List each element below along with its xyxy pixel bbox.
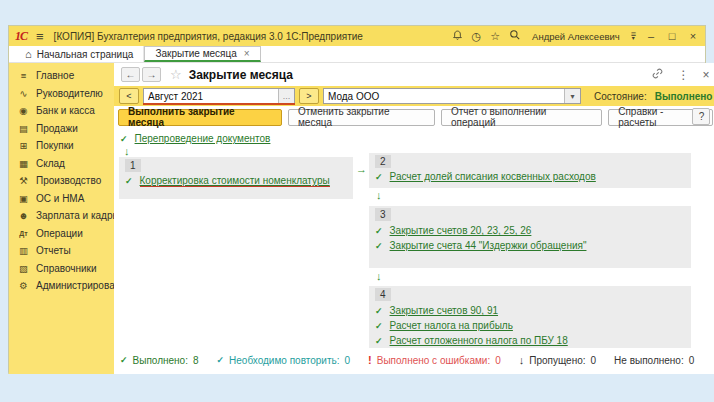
tab-label: Начальная страница <box>37 49 134 60</box>
operation-link[interactable]: Закрытие счета 44 "Издержки обращения" <box>390 240 587 251</box>
manager-chart-icon: ∿ <box>16 88 31 99</box>
sidebar-item-manager[interactable]: ∿Руководителю <box>9 85 114 103</box>
window-title: [КОПИЯ] Бухгалтерия предприятия, редакци… <box>54 31 363 42</box>
operation-link[interactable]: Закрытие счетов 90, 91 <box>390 305 498 316</box>
closing-scheme: ✓ Перепроведение документов ↓ 1 ✓ Коррек… <box>114 128 714 374</box>
sidebar-item-catalogs[interactable]: ▧Справочники <box>9 260 114 278</box>
operation-redocumenting: ✓ Перепроведение документов <box>120 133 270 144</box>
more-actions-icon[interactable]: ⋮ <box>677 69 689 81</box>
minimize-button[interactable]: – <box>645 30 657 42</box>
form-header: ← → ☆ Закрытие месяца ⋮ × <box>114 63 714 86</box>
close-button[interactable]: × <box>687 30 699 42</box>
organization-input[interactable] <box>324 89 564 103</box>
production-icon: ⚒ <box>16 175 31 186</box>
operation-indirect-costs: ✓ Расчет долей списания косвенных расход… <box>375 171 685 182</box>
legend-skipped: ↓ Пропущено: 0 <box>519 354 596 366</box>
page-title: Закрытие месяца <box>189 68 293 82</box>
bank-cash-icon: ◉ <box>16 105 31 116</box>
help-button[interactable]: ? <box>692 108 710 125</box>
flow-down-arrow-icon: ↓ <box>124 145 130 157</box>
sidebar-item-bank-cash[interactable]: ◉Банк и касса <box>9 102 114 120</box>
sidebar-item-main[interactable]: ≡Главное <box>9 67 114 85</box>
operations-report-button[interactable]: Отчет о выполнении операций <box>441 109 602 126</box>
operation-link[interactable]: Закрытие счетов 20, 23, 25, 26 <box>390 225 532 236</box>
cancel-closing-button[interactable]: Отменить закрытие месяца <box>288 109 435 126</box>
command-bar: Выполнить закрытие месяца Отменить закры… <box>114 106 714 128</box>
sidebar-item-production[interactable]: ⚒Производство <box>9 172 114 190</box>
legend-completed: ✓ Выполнено: 8 <box>120 355 199 366</box>
current-user[interactable]: Андрей Алексеевич <box>532 31 620 42</box>
notifications-bell-icon[interactable] <box>452 29 463 44</box>
nav-forward-button[interactable]: → <box>142 67 161 82</box>
stage-3-block: 3 ✓ Закрытие счетов 20, 23, 25, 26 ✓ Зак… <box>369 206 691 268</box>
tab-label: Закрытие месяца <box>155 48 236 59</box>
1c-logo-icon: 1С <box>15 29 27 44</box>
legend-repeat-required: ✓ Необходимо повторить: 0 <box>217 355 351 366</box>
organization-dropdown-icon[interactable]: ▾ <box>564 89 580 103</box>
tab-home-page[interactable]: ⌂ Начальная страница <box>15 46 144 62</box>
app-window: 1С ≡ [КОПИЯ] Бухгалтерия предприятия, ре… <box>8 25 706 374</box>
tab-close-icon[interactable]: × <box>244 48 250 59</box>
organization-field: ▾ <box>323 88 581 104</box>
status-label: Состояние: <box>594 91 647 102</box>
flow-down-arrow-icon: ↓ <box>376 270 382 282</box>
period-picker-icon[interactable]: … <box>278 89 294 103</box>
sidebar-item-warehouse[interactable]: ▦Склад <box>9 155 114 173</box>
operation-income-tax: ✓ Расчет налога на прибыль <box>375 320 685 331</box>
sidebar-item-sales[interactable]: ▤Продажи <box>9 120 114 138</box>
sidebar-item-fixed-assets[interactable]: ▣ОС и НМА <box>9 190 114 208</box>
done-check-icon: ✓ <box>375 306 383 316</box>
favorite-star-icon[interactable]: ☆ <box>170 67 182 82</box>
done-check-icon: ✓ <box>125 176 133 186</box>
stage-number: 3 <box>375 208 391 221</box>
done-check-icon: ✓ <box>120 134 128 144</box>
sidebar-item-operations[interactable]: ДтОперации <box>9 225 114 243</box>
nav-back-button[interactable]: ← <box>121 67 140 82</box>
flow-right-arrow-icon: → <box>356 163 367 175</box>
sidebar-item-purchases[interactable]: ⊞Покупки <box>9 137 114 155</box>
get-link-icon[interactable] <box>651 67 664 82</box>
done-check-icon: ✓ <box>375 172 383 182</box>
purchases-cart-icon: ⊞ <box>16 140 31 151</box>
operation-link[interactable]: Корректировка стоимости номенклатуры <box>140 175 330 187</box>
period-input[interactable] <box>144 89 278 103</box>
sidebar-item-salary-hr[interactable]: ☻Зарплата и кадры <box>9 207 114 225</box>
operation-link[interactable]: Расчет отложенного налога по ПБУ 18 <box>390 335 568 346</box>
sidebar-item-reports[interactable]: ▥Отчеты <box>9 242 114 260</box>
service-menu-icon[interactable]: ≡ ▾ <box>631 32 636 40</box>
main-menu-icon[interactable]: ≡ <box>36 29 44 44</box>
form-month-closing: ← → ☆ Закрытие месяца ⋮ × < … <box>114 63 714 374</box>
flow-down-arrow-icon: ↓ <box>376 189 382 201</box>
down-arrow-icon: ↓ <box>519 354 525 366</box>
stage-number: 2 <box>375 155 391 168</box>
favorites-star-icon[interactable]: ☆ <box>490 31 500 42</box>
tab-month-closing[interactable]: Закрытие месяца × <box>144 46 260 62</box>
operations-dtkt-icon: Дт <box>16 230 31 237</box>
stage-1-block: 1 ✓ Корректировка стоимости номенклатуры <box>119 157 353 199</box>
stage-4-block: 4 ✓ Закрытие счетов 90, 91 ✓ Расчет нало… <box>369 286 691 348</box>
fixed-assets-icon: ▣ <box>16 193 31 204</box>
operation-link[interactable]: Расчет налога на прибыль <box>390 320 513 331</box>
status-value: Выполнено <box>655 91 713 102</box>
perform-closing-button[interactable]: Выполнить закрытие месяца <box>118 109 282 126</box>
operation-link[interactable]: Расчет долей списания косвенных расходов <box>390 171 596 182</box>
params-bar: < … > ▾ Состояние: Выполнено <box>114 86 714 106</box>
exclamation-icon: ! <box>368 354 372 366</box>
done-check-icon: ✓ <box>375 321 383 331</box>
operation-cost-adjustment: ✓ Корректировка стоимости номенклатуры <box>125 175 347 187</box>
maximize-button[interactable]: □ <box>666 30 678 42</box>
titlebar: 1С ≡ [КОПИЯ] Бухгалтерия предприятия, ре… <box>9 26 705 46</box>
done-check-icon: ✓ <box>375 226 383 236</box>
section-sidebar: ≡Главное ∿Руководителю ◉Банк и касса ▤Пр… <box>9 63 114 374</box>
search-icon[interactable] <box>509 29 521 43</box>
operation-link[interactable]: Перепроведение документов <box>135 133 271 144</box>
operation-deferred-tax-pbu18: ✓ Расчет отложенного налога по ПБУ 18 <box>375 335 685 346</box>
check-icon: ✓ <box>217 355 225 365</box>
previous-period-button[interactable]: < <box>119 88 139 104</box>
history-icon[interactable]: ◷ <box>472 31 482 42</box>
home-icon: ⌂ <box>25 48 32 60</box>
form-close-icon[interactable]: × <box>702 69 709 81</box>
done-check-icon: ✓ <box>375 241 383 251</box>
sidebar-item-administration[interactable]: ⚙Администрирование <box>9 277 114 295</box>
next-period-button[interactable]: > <box>299 88 319 104</box>
